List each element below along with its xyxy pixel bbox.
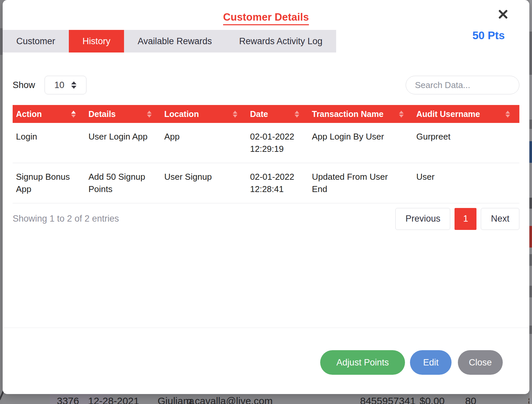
tab-available-rewards[interactable]: Available Rewards [124,30,225,52]
table-header-row: Action Details Location Date [13,105,519,123]
background-left-strip [0,0,3,404]
select-caret-icon [71,81,76,89]
sort-icon[interactable] [147,111,152,118]
footer-divider [3,328,529,328]
cell-transaction-name: Updated From User End [309,163,413,203]
next-page-button[interactable]: Next [481,208,519,230]
background-table-row: 3376 12-28-2021 Giuliana g.cavalla@live.… [0,395,532,404]
sort-icon[interactable] [71,111,76,118]
close-button[interactable]: Close [458,350,503,375]
sort-icon[interactable] [399,111,404,118]
page-size-value: 10 [55,80,65,90]
cell-action: Login [13,123,85,163]
close-icon[interactable] [497,9,509,20]
cell-details: Add 50 Signup Points [85,163,161,203]
bg-cell-id: 3376 [57,395,79,404]
sort-icon[interactable] [505,111,510,118]
entries-summary: Showing 1 to 2 of 2 entries [13,214,119,224]
table-row: Signup Bonus App Add 50 Signup Points Us… [13,163,519,203]
bg-cell-amount: $0.00 [420,395,445,404]
table-row: Login User Login App App 02-01-2022 12:2… [13,123,519,163]
tab-rewards-activity-log[interactable]: Rewards Activity Log [225,30,336,52]
bg-cell-date: 12-28-2021 [88,395,139,404]
cell-location: User Signup [161,163,247,203]
cell-transaction-name: App Login By User [309,123,413,163]
cell-audit-username: Gurpreet [413,123,519,163]
cell-details: User Login App [85,123,161,163]
column-header-date[interactable]: Date [247,105,309,123]
cell-action: Signup Bonus App [13,163,85,203]
sort-icon[interactable] [295,111,299,118]
column-header-action[interactable]: Action [13,105,85,123]
previous-page-button[interactable]: Previous [395,208,450,230]
bg-cell-phone: 8455957341 [360,395,416,404]
tab-bar: Customer History Available Rewards Rewar… [3,30,336,52]
customer-details-modal: Customer Details Customer History Availa… [3,0,529,394]
bg-cell-email: g.cavalla@live.com [187,395,273,404]
column-header-details[interactable]: Details [85,105,161,123]
adjust-points-button[interactable]: Adjust Points [320,350,405,375]
column-header-transaction-name[interactable]: Transaction Name [309,105,413,123]
sort-icon[interactable] [233,111,237,118]
pagination: Previous 1 Next [395,208,519,230]
edit-button[interactable]: Edit [410,350,452,375]
column-header-location[interactable]: Location [161,105,247,123]
search-input[interactable] [406,76,519,94]
page-number-button[interactable]: 1 [455,208,476,230]
show-label: Show [13,80,35,90]
tab-customer[interactable]: Customer [3,30,69,52]
cell-audit-username: User [413,163,519,203]
cell-location: App [161,123,247,163]
page-title: Customer Details [223,11,309,25]
history-table: Action Details Location Date [13,105,519,203]
column-header-audit-username[interactable]: Audit Username [413,105,519,123]
points-badge: 50 Pts [472,29,505,42]
page-size-select[interactable]: 10 [45,76,86,94]
cell-date: 02-01-2022 12:29:19 [247,123,309,163]
cell-date: 02-01-2022 12:28:41 [247,163,309,203]
background-right-strip [529,0,532,404]
bg-cell-points: 80 [465,395,476,404]
tab-history[interactable]: History [69,30,124,52]
